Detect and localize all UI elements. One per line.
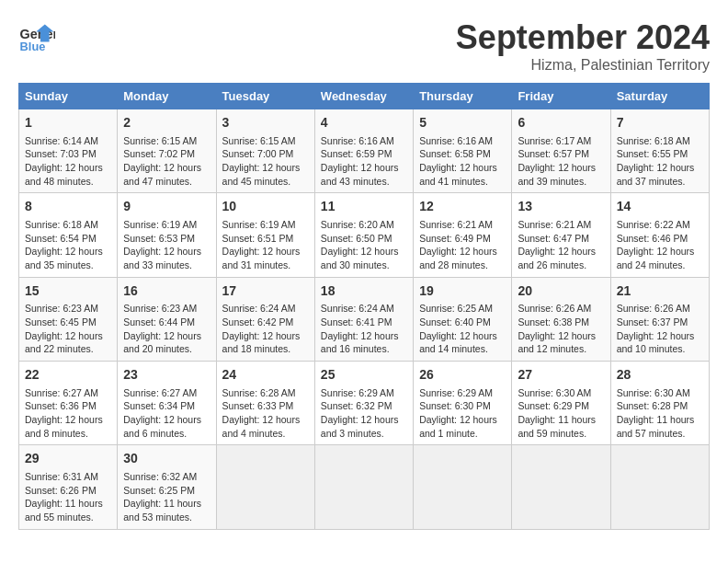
calendar-cell: 16 Sunrise: 6:23 AM Sunset: 6:44 PM Dayl… bbox=[118, 277, 216, 361]
calendar-table: SundayMondayTuesdayWednesdayThursdayFrid… bbox=[18, 83, 710, 530]
calendar-cell: 27 Sunrise: 6:30 AM Sunset: 6:29 PM Dayl… bbox=[512, 362, 610, 445]
calendar-cell: 19 Sunrise: 6:25 AM Sunset: 6:40 PM Dayl… bbox=[414, 277, 512, 361]
day-number: 7 bbox=[617, 114, 703, 132]
day-number: 18 bbox=[321, 282, 407, 301]
calendar-cell: 7 Sunrise: 6:18 AM Sunset: 6:55 PM Dayli… bbox=[610, 109, 709, 193]
month-title: September 2024 bbox=[456, 18, 710, 57]
calendar-cell: 1 Sunrise: 6:14 AM Sunset: 7:03 PM Dayli… bbox=[19, 109, 118, 193]
day-number: 26 bbox=[419, 366, 506, 385]
day-number: 5 bbox=[419, 114, 506, 132]
week-row-2: 8 Sunrise: 6:18 AM Sunset: 6:54 PM Dayli… bbox=[19, 193, 710, 277]
calendar-cell: 25 Sunrise: 6:29 AM Sunset: 6:32 PM Dayl… bbox=[314, 362, 413, 445]
day-number: 15 bbox=[25, 282, 111, 301]
day-number: 9 bbox=[123, 198, 210, 216]
calendar-cell: 21 Sunrise: 6:26 AM Sunset: 6:37 PM Dayl… bbox=[610, 277, 709, 361]
day-number: 12 bbox=[419, 198, 506, 216]
day-number: 28 bbox=[617, 366, 703, 385]
day-number: 30 bbox=[123, 450, 210, 468]
calendar-cell: 4 Sunrise: 6:16 AM Sunset: 6:59 PM Dayli… bbox=[314, 109, 413, 193]
day-number: 1 bbox=[25, 114, 111, 132]
day-number: 4 bbox=[321, 114, 407, 132]
day-number: 6 bbox=[518, 114, 604, 132]
weekday-header-monday: Monday bbox=[118, 84, 216, 109]
calendar-cell: 30 Sunrise: 6:32 AM Sunset: 6:25 PM Dayl… bbox=[118, 445, 216, 529]
day-number: 25 bbox=[321, 366, 407, 385]
calendar-cell: 5 Sunrise: 6:16 AM Sunset: 6:58 PM Dayli… bbox=[414, 109, 512, 193]
calendar-cell: 14 Sunrise: 6:22 AM Sunset: 6:46 PM Dayl… bbox=[610, 193, 709, 277]
calendar-cell: 26 Sunrise: 6:29 AM Sunset: 6:30 PM Dayl… bbox=[414, 362, 512, 445]
day-number: 17 bbox=[222, 282, 309, 301]
logo: General Blue bbox=[18, 18, 59, 55]
calendar-cell bbox=[512, 445, 610, 529]
calendar-cell: 6 Sunrise: 6:17 AM Sunset: 6:57 PM Dayli… bbox=[512, 109, 610, 193]
weekday-header-wednesday: Wednesday bbox=[314, 84, 413, 109]
day-number: 8 bbox=[25, 198, 111, 216]
week-row-5: 29 Sunrise: 6:31 AM Sunset: 6:26 PM Dayl… bbox=[19, 445, 710, 529]
day-number: 22 bbox=[25, 366, 111, 385]
calendar-cell: 22 Sunrise: 6:27 AM Sunset: 6:36 PM Dayl… bbox=[19, 362, 118, 445]
calendar-cell: 23 Sunrise: 6:27 AM Sunset: 6:34 PM Dayl… bbox=[118, 362, 216, 445]
calendar-cell bbox=[610, 445, 709, 529]
calendar-cell: 29 Sunrise: 6:31 AM Sunset: 6:26 PM Dayl… bbox=[19, 445, 118, 529]
calendar-cell: 8 Sunrise: 6:18 AM Sunset: 6:54 PM Dayli… bbox=[19, 193, 118, 277]
calendar-cell: 18 Sunrise: 6:24 AM Sunset: 6:41 PM Dayl… bbox=[314, 277, 413, 361]
title-block: September 2024 Hizma, Palestinian Territ… bbox=[456, 18, 710, 74]
week-row-1: 1 Sunrise: 6:14 AM Sunset: 7:03 PM Dayli… bbox=[19, 109, 710, 193]
calendar-cell: 24 Sunrise: 6:28 AM Sunset: 6:33 PM Dayl… bbox=[216, 362, 314, 445]
day-number: 19 bbox=[419, 282, 506, 301]
calendar-cell bbox=[216, 445, 314, 529]
day-number: 3 bbox=[222, 114, 309, 132]
logo-icon: General Blue bbox=[18, 18, 55, 55]
week-row-4: 22 Sunrise: 6:27 AM Sunset: 6:36 PM Dayl… bbox=[19, 362, 710, 445]
day-number: 10 bbox=[222, 198, 309, 216]
weekday-header-saturday: Saturday bbox=[610, 84, 709, 109]
location-title: Hizma, Palestinian Territory bbox=[456, 57, 710, 74]
calendar-cell: 13 Sunrise: 6:21 AM Sunset: 6:47 PM Dayl… bbox=[512, 193, 610, 277]
calendar-cell: 12 Sunrise: 6:21 AM Sunset: 6:49 PM Dayl… bbox=[414, 193, 512, 277]
day-number: 23 bbox=[123, 366, 210, 385]
calendar-cell: 17 Sunrise: 6:24 AM Sunset: 6:42 PM Dayl… bbox=[216, 277, 314, 361]
calendar-cell: 10 Sunrise: 6:19 AM Sunset: 6:51 PM Dayl… bbox=[216, 193, 314, 277]
calendar-cell: 15 Sunrise: 6:23 AM Sunset: 6:45 PM Dayl… bbox=[19, 277, 118, 361]
day-number: 13 bbox=[518, 198, 604, 216]
weekday-header-row: SundayMondayTuesdayWednesdayThursdayFrid… bbox=[19, 84, 710, 109]
calendar-cell: 28 Sunrise: 6:30 AM Sunset: 6:28 PM Dayl… bbox=[610, 362, 709, 445]
day-number: 29 bbox=[25, 450, 111, 468]
calendar-cell bbox=[414, 445, 512, 529]
header: General Blue September 2024 Hizma, Pales… bbox=[18, 18, 710, 74]
weekday-header-tuesday: Tuesday bbox=[216, 84, 314, 109]
week-row-3: 15 Sunrise: 6:23 AM Sunset: 6:45 PM Dayl… bbox=[19, 277, 710, 361]
calendar-cell: 11 Sunrise: 6:20 AM Sunset: 6:50 PM Dayl… bbox=[314, 193, 413, 277]
calendar-cell: 3 Sunrise: 6:15 AM Sunset: 7:00 PM Dayli… bbox=[216, 109, 314, 193]
weekday-header-sunday: Sunday bbox=[19, 84, 118, 109]
day-number: 16 bbox=[123, 282, 210, 301]
calendar-cell: 2 Sunrise: 6:15 AM Sunset: 7:02 PM Dayli… bbox=[118, 109, 216, 193]
weekday-header-thursday: Thursday bbox=[414, 84, 512, 109]
day-number: 21 bbox=[617, 282, 703, 301]
day-number: 24 bbox=[222, 366, 309, 385]
weekday-header-friday: Friday bbox=[512, 84, 610, 109]
calendar-cell: 9 Sunrise: 6:19 AM Sunset: 6:53 PM Dayli… bbox=[118, 193, 216, 277]
day-number: 14 bbox=[617, 198, 703, 216]
day-number: 11 bbox=[321, 198, 407, 216]
calendar-cell: 20 Sunrise: 6:26 AM Sunset: 6:38 PM Dayl… bbox=[512, 277, 610, 361]
calendar-cell bbox=[314, 445, 413, 529]
day-number: 27 bbox=[518, 366, 604, 385]
day-number: 20 bbox=[518, 282, 604, 301]
day-number: 2 bbox=[123, 114, 210, 132]
